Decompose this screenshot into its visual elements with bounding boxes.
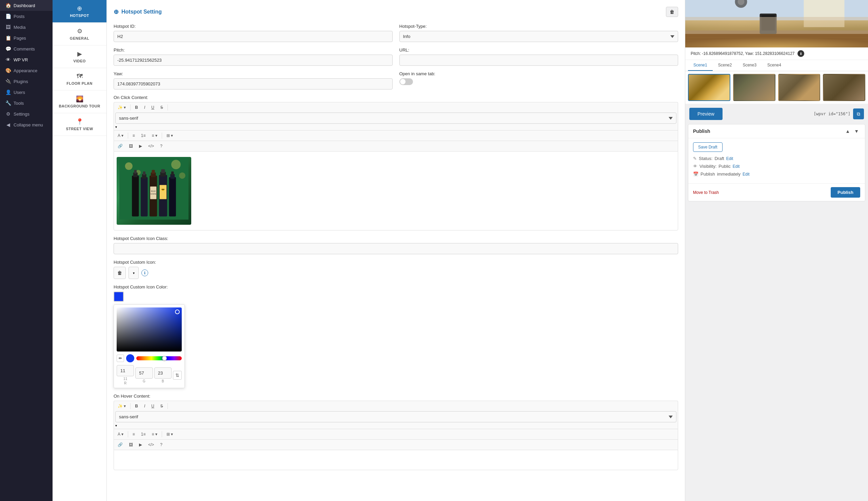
scene-thumb-1[interactable] [688,74,730,101]
sidebar-item-label: Appearance [13,68,37,73]
on-click-content-label: On Click Content: [114,95,678,100]
hover-toolbar-help[interactable]: ? [158,441,165,448]
hover-toolbar-color[interactable]: A ▾ [115,430,126,438]
download-icon[interactable]: ⬇ [797,50,804,57]
toolbar-code[interactable]: </> [146,142,156,150]
icon-select-button[interactable]: 🗑 [114,267,126,279]
sidebar-item-settings[interactable]: ⚙ Settings [0,108,53,119]
url-input[interactable] [400,55,678,66]
hover-toolbar-list[interactable]: ≡ [130,430,137,438]
sidebar-item-posts[interactable]: 📄 Posts [0,11,53,22]
publish-edit-link[interactable]: Edit [742,172,750,177]
toolbar-bold[interactable]: B [133,104,140,111]
publish-collapse-up[interactable]: ▲ [844,128,851,135]
panel-item-video[interactable]: ▶ VIDEO [53,45,106,68]
rgb-type-button[interactable]: ⇅ [173,371,182,380]
pitch-input[interactable] [114,55,393,66]
toolbar-media[interactable]: ▶ [137,142,145,150]
hover-toolbar-strike[interactable]: S̶ [158,402,166,410]
hover-toolbar-image[interactable]: 🖼 [126,441,135,448]
toolbar-italic[interactable]: I [142,104,148,111]
hover-toolbar-align[interactable]: ≡ ▾ [149,430,159,438]
rainbow-slider[interactable] [136,356,182,360]
on-click-editor-content[interactable]: BOUR GOGNE 😎 [114,151,678,231]
sidebar-item-dashboard[interactable]: 🏠 Dashboard [0,0,53,11]
wpvr-icon: 👁 [6,57,11,62]
scene-thumb-4[interactable] [823,74,865,101]
rgb-r-input[interactable] [117,365,134,376]
sidebar-item-appearance[interactable]: 🎨 Appearance [0,65,53,76]
hover-toolbar-italic[interactable]: I [142,402,148,410]
color-controls: ✏ [117,354,182,362]
form-area: ⊕ Hotspot Setting 🗑 Hotspot ID: Hotspot-… [107,0,685,501]
open-same-tab-label: Open in same tab: [400,71,678,76]
delete-button[interactable]: 🗑 [666,7,678,17]
visibility-edit-link[interactable]: Edit [733,164,740,169]
icon-info-button[interactable]: ℹ [141,269,148,276]
svg-rect-7 [134,170,137,173]
sidebar-item-pages[interactable]: 📋 Pages [0,33,53,43]
toolbar-sep [130,104,130,110]
toolbar-font-select[interactable]: sans-serif [115,113,676,124]
sidebar-item-tools[interactable]: 🔧 Tools [0,98,53,108]
yaw-input[interactable] [114,78,393,89]
sidebar-item-wpvr[interactable]: 👁 WP VR [0,54,53,65]
hover-toolbar-font[interactable]: sans-serif [115,411,676,422]
scene-thumb-2[interactable] [733,74,775,101]
status-edit-link[interactable]: Edit [726,156,733,161]
hotspot-type-select[interactable]: Info URL Video Scene [400,31,678,42]
sidebar-item-collapse[interactable]: ◀ Collapse menu [0,119,53,130]
panel-item-floor-plan[interactable]: 🗺 FLOOR PLAN [53,68,106,90]
hover-toolbar-media[interactable]: ▶ [137,441,145,448]
tools-icon: 🔧 [6,100,11,106]
copy-shortcode-button[interactable]: ⧉ [853,108,864,119]
toolbar-underline[interactable]: U [149,104,157,111]
hotspot-id-input[interactable] [114,31,393,42]
rgb-b-input[interactable] [154,367,171,379]
hover-toolbar-code[interactable]: </> [146,441,156,448]
panel-item-background-tour[interactable]: 🌄 BACKGROUND TOUR [53,90,106,113]
hover-toolbar-magic-wand[interactable]: ✨ ▾ [115,402,128,410]
scene-thumb-3[interactable] [778,74,821,101]
hover-toolbar-link[interactable]: 🔗 [115,441,125,448]
icon-class-input[interactable] [114,243,678,254]
icon-dropdown-button[interactable]: ▾ [128,267,139,279]
sidebar-item-comments[interactable]: 💬 Comments [0,43,53,54]
color-gradient[interactable] [117,307,182,352]
toolbar-magic-wand[interactable]: ✨ ▾ [115,104,128,111]
hover-toolbar-ordered-list[interactable]: 1≡ [139,430,148,438]
scene-tab-3[interactable]: Scene3 [737,60,762,71]
publish-button[interactable]: Publish [831,187,860,198]
toolbar-image[interactable]: 🖼 [126,142,135,150]
color-swatch[interactable] [114,291,124,302]
panel-item-street-view[interactable]: 📍 STREET VIEW [53,113,106,136]
hover-toolbar-table[interactable]: ⊞ ▾ [164,430,175,438]
toolbar-strikethrough[interactable]: S̶ [158,104,166,111]
toolbar-align[interactable]: ≡ ▾ [149,132,159,139]
hover-toolbar-bold[interactable]: B [133,402,140,410]
svg-text:BOUR: BOUR [151,191,156,192]
toolbar-list-unordered[interactable]: ≡ [130,132,137,139]
publish-collapse-down[interactable]: ▼ [853,128,860,135]
rgb-g-input[interactable] [135,367,152,379]
toolbar-link[interactable]: 🔗 [115,142,125,150]
toolbar-font-color[interactable]: A ▾ [115,132,126,139]
open-same-tab-toggle[interactable] [400,78,413,85]
scene-tab-2[interactable]: Scene2 [713,60,738,71]
preview-button[interactable]: Preview [689,108,722,120]
sidebar-item-media[interactable]: 🖼 Media [0,22,53,33]
hover-toolbar-underline[interactable]: U [149,402,157,410]
eyedropper-button[interactable]: ✏ [117,354,124,362]
sidebar-item-users[interactable]: 👤 Users [0,87,53,98]
sidebar-item-plugins[interactable]: 🔌 Plugins [0,76,53,87]
save-draft-button[interactable]: Save Draft [693,142,722,152]
toolbar-table[interactable]: ⊞ ▾ [164,132,175,139]
scene-tab-4[interactable]: Scene4 [762,60,787,71]
move-to-trash-link[interactable]: Move to Trash [693,190,719,195]
toolbar-help[interactable]: ? [158,142,165,150]
panel-item-general[interactable]: ⚙ GENERAL [53,23,106,45]
scene-tab-1[interactable]: Scene1 [688,60,713,71]
panel-item-hotspot[interactable]: ⊕ HOTSPOT [53,0,106,23]
toolbar-list-ordered[interactable]: 1≡ [139,132,148,139]
hover-editor-content[interactable] [114,450,678,470]
